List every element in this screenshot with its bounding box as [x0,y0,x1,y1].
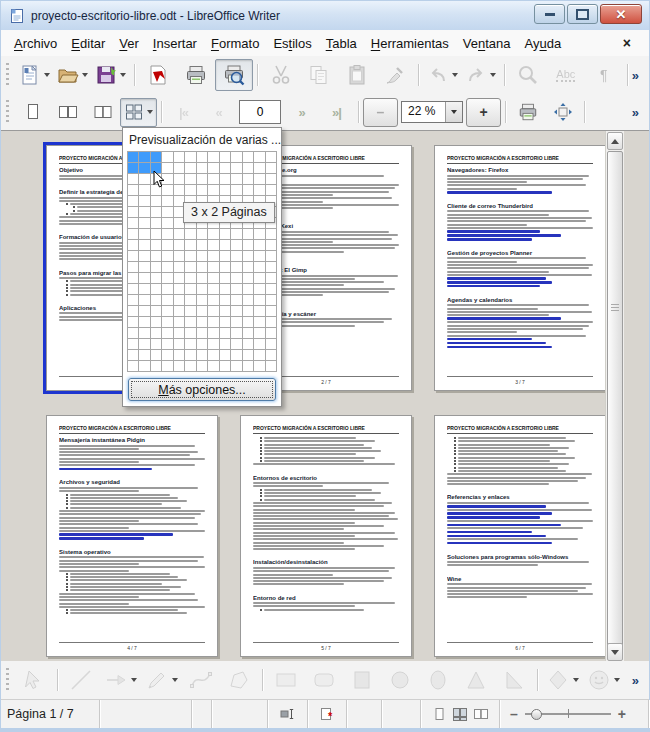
page-thumbnail-5[interactable]: PROYECTO MIGRACIÓN A ESCRITORIO LIBREEnt… [240,415,412,657]
preview-grid-cell[interactable] [174,306,185,317]
preview-grid-cell[interactable] [185,174,196,185]
preview-grid-cell[interactable] [162,229,173,240]
preview-grid-cell[interactable] [139,284,150,295]
close-button[interactable]: ✕ [600,4,642,24]
preview-grid-cell[interactable] [151,207,162,218]
scroll-down-button[interactable] [607,643,623,661]
single-page-button[interactable] [15,98,50,127]
preview-grid-cell[interactable] [220,295,231,306]
preview-grid-cell[interactable] [174,350,185,361]
preview-grid-cell[interactable] [185,240,196,251]
more-options-button[interactable]: Más opciones... [128,378,276,401]
preview-grid-cell[interactable] [197,295,208,306]
preview-grid-cell[interactable] [220,262,231,273]
preview-grid-cell[interactable] [208,251,219,262]
preview-grid-cell[interactable] [151,339,162,350]
two-pages-button[interactable] [50,98,85,127]
open-button[interactable] [53,59,91,91]
preview-grid-cell[interactable] [220,152,231,163]
preview-grid-cell[interactable] [254,339,265,350]
preview-grid-cell[interactable] [197,350,208,361]
preview-grid-cell[interactable] [139,251,150,262]
preview-grid-cell[interactable] [208,295,219,306]
preview-grid-cell[interactable] [139,350,150,361]
preview-grid-cell[interactable] [197,251,208,262]
page-thumbnail-4[interactable]: PROYECTO MIGRACIÓN A ESCRITORIO LIBREMen… [46,415,218,657]
preview-grid-cell[interactable] [128,317,139,328]
preview-grid-cell[interactable] [197,306,208,317]
export-pdf-button[interactable] [139,59,177,91]
preview-grid-cell[interactable] [208,306,219,317]
preview-grid-cell[interactable] [220,328,231,339]
preview-grid-cell[interactable] [162,262,173,273]
preview-grid-cell[interactable] [231,339,242,350]
preview-grid-cell[interactable] [220,240,231,251]
preview-grid-cell[interactable] [254,251,265,262]
preview-grid-cell[interactable] [254,262,265,273]
preview-grid-cell[interactable] [243,273,254,284]
preview-grid-cell[interactable] [162,328,173,339]
preview-grid-cell[interactable] [266,229,277,240]
preview-grid-cell[interactable] [197,317,208,328]
preview-grid-cell[interactable] [220,306,231,317]
preview-grid-cell[interactable] [208,163,219,174]
menu-insertar[interactable]: Insertar [146,32,204,55]
preview-grid-cell[interactable] [266,163,277,174]
preview-grid-cell[interactable] [162,306,173,317]
preview-grid-cell[interactable] [139,218,150,229]
preview-grid-cell[interactable] [139,339,150,350]
book-view-button[interactable] [473,706,489,722]
preview-grid-cell[interactable] [151,350,162,361]
preview-grid-cell[interactable] [185,185,196,196]
preview-grid-cell[interactable] [151,196,162,207]
preview-grid-cell[interactable] [266,339,277,350]
preview-grid-cell[interactable] [128,229,139,240]
preview-grid-cell[interactable] [128,273,139,284]
zoom-out-icon[interactable]: – [510,707,518,721]
preview-grid-cell[interactable] [151,328,162,339]
preview-grid-cell[interactable] [266,361,277,372]
close-document-button[interactable]: × [611,35,643,51]
preview-grid-cell[interactable] [254,317,265,328]
toolbar-grip[interactable] [6,100,9,124]
dropdown-caret-icon[interactable] [490,73,496,77]
preview-grid-cell[interactable] [139,196,150,207]
scrollbar-thumb[interactable] [607,151,623,646]
preview-grid-cell[interactable] [128,174,139,185]
preview-grid-cell[interactable] [197,328,208,339]
maximize-button[interactable] [567,4,598,24]
preview-grid-cell[interactable] [243,317,254,328]
preview-grid-cell[interactable] [254,174,265,185]
preview-grid-cell[interactable] [243,240,254,251]
dropdown-arrow-button[interactable] [445,102,462,122]
preview-grid-cell[interactable] [231,185,242,196]
preview-grid-cell[interactable] [266,240,277,251]
preview-grid-cell[interactable] [197,273,208,284]
dropdown-caret-icon[interactable] [120,73,126,77]
toolbar-overflow-button[interactable]: » [632,105,639,120]
dropdown-caret-icon[interactable] [452,73,458,77]
preview-grid-cell[interactable] [266,317,277,328]
preview-grid-cell[interactable] [174,284,185,295]
zoom-slider-track[interactable] [525,713,611,715]
preview-grid-cell[interactable] [208,317,219,328]
preview-grid-cell[interactable] [231,251,242,262]
preview-grid-cell[interactable] [151,251,162,262]
preview-grid-cell[interactable] [243,174,254,185]
toolbar-grip[interactable] [6,63,9,87]
preview-grid-cell[interactable] [220,339,231,350]
preview-grid-cell[interactable] [185,152,196,163]
menu-ver[interactable]: Ver [112,32,146,55]
preview-grid-cell[interactable] [151,218,162,229]
preview-grid-cell[interactable] [231,262,242,273]
preview-grid-cell[interactable] [254,240,265,251]
preview-grid-cell[interactable] [174,240,185,251]
preview-grid-cell[interactable] [174,273,185,284]
preview-grid-cell[interactable] [243,350,254,361]
full-screen-button[interactable] [545,98,580,127]
preview-grid-cell[interactable] [208,339,219,350]
preview-grid-cell[interactable] [139,163,150,174]
preview-grid-cell[interactable] [128,218,139,229]
preview-grid-cell[interactable] [197,174,208,185]
toolbar-grip[interactable] [6,668,9,692]
